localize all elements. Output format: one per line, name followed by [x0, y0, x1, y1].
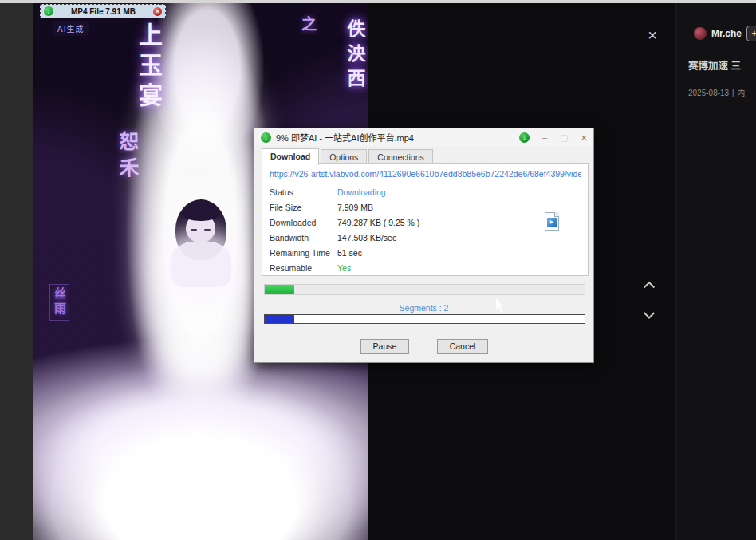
follow-plus-button[interactable]: + [746, 26, 756, 41]
left-gutter [0, 3, 33, 540]
download-info-panel: https://v26-artst.vlabvod.com/4112690e66… [262, 163, 589, 276]
cancel-button[interactable]: Cancel [437, 339, 488, 354]
idm-download-dialog: ↓ 9% 即梦AI - 一站式AI创作平台.mp4 ↓ – ▢ × Downlo… [254, 128, 594, 363]
user-row[interactable]: Mr.che [694, 27, 742, 40]
info-row-status: Status Downloading... [270, 184, 581, 199]
field-label: Resumable [270, 263, 337, 273]
floating-tab-close-icon[interactable]: ✕ [153, 7, 162, 16]
lightbox-close-icon[interactable]: × [643, 26, 662, 45]
girl-bangs [183, 209, 219, 221]
field-label: Bandwidth [270, 233, 337, 242]
download-status-icon: ↓ [519, 132, 530, 143]
download-url-link[interactable]: https://v26-artst.vlabvod.com/4112690e66… [270, 169, 581, 179]
floating-tab-label: MP4 File 7.91 MB [53, 7, 153, 16]
pause-button[interactable]: Pause [360, 339, 409, 354]
ai-generated-badge: AI生成 [53, 21, 89, 36]
segments-label: Segments : 2 [254, 303, 593, 313]
screen: 上玉宴 恕禾 佚泱西 之 丝雨 AI生成 ↓ MP4 File 7.91 MB … [0, 0, 756, 540]
dialog-titlebar[interactable]: ↓ 9% 即梦AI - 一站式AI创作平台.mp4 ↓ – ▢ × [254, 128, 593, 146]
avatar [694, 27, 707, 40]
minimize-button[interactable]: – [542, 132, 547, 142]
idm-floating-tab[interactable]: ↓ MP4 File 7.91 MB ✕ [40, 4, 166, 18]
neon-sign-text: 之 [297, 16, 318, 37]
close-button[interactable]: × [581, 132, 587, 144]
info-row-remaining: Remaining Time 51 sec [270, 245, 581, 260]
post-date-meta: 2025-08-13丨内 [688, 86, 745, 98]
video-file-icon: ▶ [545, 212, 559, 231]
neon-sign-text: 丝雨 [49, 284, 69, 321]
girl-body [171, 241, 231, 287]
field-label: Downloaded [270, 218, 337, 227]
chevron-down-icon[interactable] [645, 313, 658, 325]
idm-logo-icon: ↓ [261, 132, 271, 143]
field-label: Remaining Time [270, 248, 337, 258]
download-progress-bar [264, 284, 585, 295]
download-progress-fill [265, 285, 294, 294]
segments-fill [265, 315, 294, 323]
segments-bar [264, 314, 585, 324]
dialog-title: 9% 即梦AI - 一站式AI创作平台.mp4 [276, 131, 414, 144]
post-title: 赛博加速 三 [688, 57, 741, 73]
segment-divider [435, 315, 435, 323]
idm-logo-icon: ↓ [44, 6, 53, 16]
field-label: Status [270, 187, 337, 197]
field-value: 51 sec [337, 248, 362, 258]
field-label: File Size [270, 203, 337, 212]
info-row-filesize: File Size 7.909 MB [270, 199, 581, 215]
field-value: 749.287 KB ( 9.25 % ) [337, 218, 419, 227]
field-value: 7.909 MB [337, 203, 373, 212]
info-row-resumable: Resumable Yes [270, 260, 581, 275]
neon-sign-text: 佚泱西 [341, 19, 368, 93]
info-row-bandwidth: Bandwidth 147.503 KB/sec [270, 230, 581, 245]
field-value: 147.503 KB/sec [337, 233, 396, 242]
info-row-downloaded: Downloaded 749.287 KB ( 9.25 % ) [270, 215, 581, 230]
chevron-up-icon[interactable] [645, 281, 658, 294]
girl-eye [204, 229, 211, 231]
right-sidebar: Mr.che + 赛博加速 三 2025-08-13丨内 [675, 3, 756, 540]
tab-download[interactable]: Download [262, 148, 319, 165]
username: Mr.che [711, 28, 742, 39]
girl-eye [191, 229, 197, 231]
maximize-button[interactable]: ▢ [560, 132, 568, 143]
field-value: Downloading... [337, 187, 392, 197]
field-value: Yes [337, 263, 351, 273]
